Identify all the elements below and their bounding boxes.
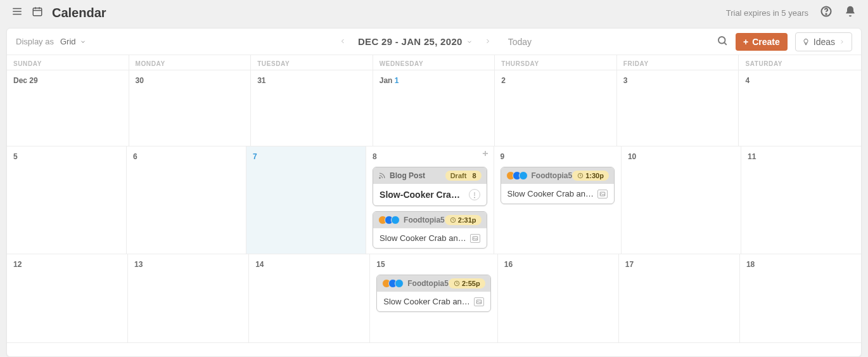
- day-cell[interactable]: 4: [739, 70, 861, 146]
- card-body: Slow Cooker Crab and Ar…: [501, 184, 614, 204]
- week-row: 12 13 14 15 Foodtopia5 2: [7, 254, 861, 343]
- profile-name: Foodtopia5: [532, 171, 573, 180]
- day-number: 31: [257, 76, 265, 85]
- time-pill: 2:31p: [445, 215, 482, 225]
- bell-icon[interactable]: [844, 5, 857, 20]
- hamburger-icon[interactable]: [11, 6, 23, 20]
- lightbulb-icon: [802, 38, 810, 46]
- day-number: Jan 1: [380, 76, 399, 85]
- day-cell[interactable]: 16: [498, 254, 619, 343]
- day-number: 30: [136, 76, 144, 85]
- day-cell[interactable]: 6: [127, 146, 246, 254]
- profile-icons: [506, 171, 528, 180]
- day-cell[interactable]: 13: [128, 254, 249, 343]
- card-body: Slow-Cooker Crab Dip ⋮: [373, 184, 486, 205]
- day-cell[interactable]: 8 Blog Post Draft 8 Slow-Cooker Crab Dip…: [366, 146, 494, 254]
- search-icon[interactable]: [717, 35, 728, 49]
- day-cell[interactable]: 18: [740, 254, 861, 343]
- display-as-label: Display as: [16, 37, 54, 46]
- topbar-right: Trial expires in 5 years: [726, 5, 857, 20]
- day-cell[interactable]: 14: [249, 254, 370, 343]
- create-label: Create: [752, 37, 780, 47]
- image-icon: [470, 234, 480, 243]
- topbar-left: Calendar: [11, 6, 106, 20]
- day-number: 14: [255, 260, 264, 269]
- dow-monday: MONDAY: [129, 55, 252, 70]
- date-range-dropdown[interactable]: DEC 29 - JAN 25, 2020: [358, 36, 473, 47]
- trial-text: Trial expires in 5 years: [726, 8, 808, 18]
- dow-wednesday: WEDNESDAY: [373, 55, 495, 70]
- next-period-button[interactable]: [482, 34, 494, 50]
- display-mode-dropdown[interactable]: Grid: [60, 37, 86, 46]
- day-number: 6: [133, 152, 137, 161]
- twitter-icon: [519, 171, 528, 180]
- day-number: 5: [13, 152, 18, 161]
- profile-icons: [382, 279, 404, 288]
- day-number: 13: [134, 260, 143, 269]
- day-cell[interactable]: 12: [7, 254, 128, 343]
- svg-line-10: [724, 42, 726, 44]
- day-number: 10: [628, 152, 636, 161]
- day-number: 2: [501, 76, 506, 85]
- today-button[interactable]: Today: [508, 37, 532, 47]
- event-card-social[interactable]: Foodtopia5 1:30p Slow Cooker Crab and Ar…: [501, 167, 615, 204]
- profile-name: Foodtopia5: [404, 216, 445, 224]
- svg-point-8: [826, 14, 826, 15]
- app-title: Calendar: [52, 6, 106, 20]
- chevron-right-icon: [839, 39, 845, 45]
- event-card-social[interactable]: Foodtopia5 2:31p Slow Cooker Crab and Ar…: [373, 211, 487, 249]
- day-cell[interactable]: 30: [129, 70, 252, 146]
- display-as: Display as Grid: [16, 37, 86, 46]
- day-cell[interactable]: Jan 1: [373, 70, 495, 146]
- panel-right: + Create Ideas: [717, 32, 852, 51]
- day-number: 9: [501, 152, 505, 161]
- day-cell[interactable]: 5: [7, 146, 127, 254]
- day-number: 3: [623, 76, 628, 85]
- card-title: Slow-Cooker Crab Dip: [380, 190, 462, 200]
- help-icon[interactable]: [820, 5, 833, 20]
- svg-rect-3: [33, 8, 42, 16]
- day-cell-today[interactable]: 7: [246, 146, 366, 254]
- profile-name: Foodtopia5: [407, 279, 449, 288]
- status-pill: Draft 8: [445, 171, 482, 181]
- day-number: Dec 29: [13, 76, 38, 85]
- day-cell[interactable]: 31: [251, 70, 373, 146]
- prev-period-button[interactable]: [336, 34, 349, 50]
- date-range-label: DEC 29 - JAN 25, 2020: [358, 36, 463, 47]
- clock-icon: [577, 172, 584, 179]
- day-number: 18: [746, 260, 755, 269]
- day-number: 15: [376, 260, 385, 269]
- topbar: Calendar Trial expires in 5 years: [0, 0, 868, 25]
- calendar-panel: Display as Grid DEC 29 - JAN 25, 2020 To…: [6, 28, 862, 357]
- dow-thursday: THURSDAY: [495, 55, 617, 70]
- image-icon: [474, 297, 484, 306]
- day-cell[interactable]: 17: [619, 254, 740, 343]
- day-cell[interactable]: 9 Foodtopia5 1:30p: [494, 146, 622, 254]
- day-cell[interactable]: 3: [617, 70, 739, 146]
- card-body: Slow Cooker Crab and Ar…: [373, 228, 486, 248]
- card-body: Slow Cooker Crab and Ar…: [377, 292, 490, 311]
- create-button[interactable]: + Create: [736, 33, 788, 51]
- day-number: 17: [625, 260, 634, 269]
- day-cell[interactable]: 11: [741, 146, 861, 254]
- day-number: 16: [504, 260, 513, 269]
- ideas-label: Ideas: [814, 37, 835, 47]
- panel-header: Display as Grid DEC 29 - JAN 25, 2020 To…: [7, 29, 861, 55]
- event-card-blog[interactable]: Blog Post Draft 8 Slow-Cooker Crab Dip ⋮: [373, 167, 487, 206]
- add-event-button[interactable]: [481, 149, 490, 160]
- day-cell[interactable]: Dec 29: [7, 70, 129, 146]
- day-cell[interactable]: 10: [622, 146, 741, 254]
- week-row: 5 6 7 8 Blog Post Draft 8 Slow-Cooker Cr…: [7, 146, 861, 254]
- day-number: 12: [13, 260, 22, 269]
- week-row: Dec 29 30 31 Jan 1 2 3 4: [7, 70, 861, 146]
- day-cell[interactable]: 2: [495, 70, 617, 146]
- day-cell[interactable]: 15 Foodtopia5 2:55p: [370, 254, 497, 343]
- time-pill: 1:30p: [572, 171, 609, 181]
- day-number: 11: [748, 152, 756, 161]
- card-text: Slow Cooker Crab and Ar…: [507, 189, 596, 198]
- card-header: Foodtopia5 2:31p: [373, 212, 486, 228]
- day-number: 8: [373, 152, 377, 161]
- event-card-social[interactable]: Foodtopia5 2:55p Slow Cooker Crab and Ar…: [376, 275, 490, 312]
- ideas-button[interactable]: Ideas: [795, 32, 852, 51]
- more-menu-button[interactable]: ⋮: [469, 189, 480, 200]
